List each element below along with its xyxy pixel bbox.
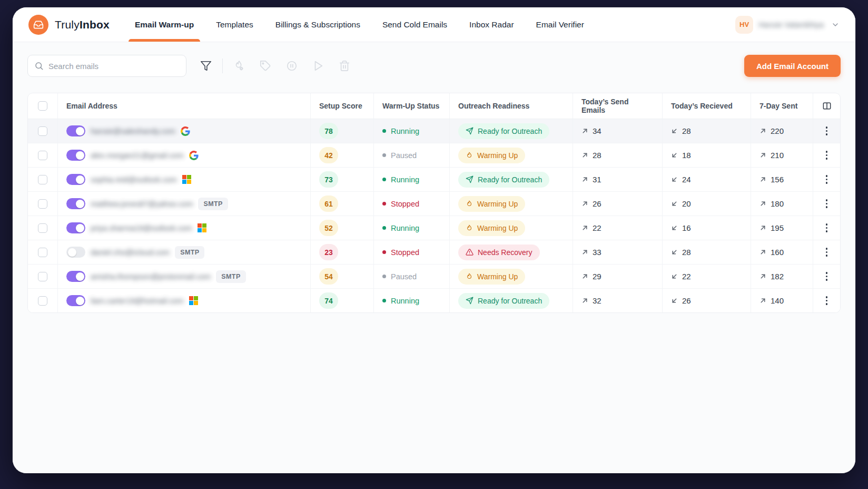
arrow-up-right-icon: [581, 297, 588, 304]
search-box[interactable]: [27, 55, 186, 77]
row-menu-icon[interactable]: [823, 293, 831, 308]
email-address: priya.sharma19@outlook.com: [91, 224, 192, 232]
play-icon[interactable]: [312, 60, 324, 72]
arrow-down-left-icon: [671, 273, 678, 280]
status-label: Paused: [391, 151, 417, 160]
row-checkbox[interactable]: [38, 151, 47, 160]
status-label: Paused: [391, 272, 417, 281]
received-today-value: 18: [682, 151, 691, 160]
setup-score-badge: 23: [319, 244, 338, 260]
row-checkbox[interactable]: [38, 248, 47, 257]
warmup-toggle[interactable]: [66, 295, 85, 306]
column-header-outreach-readiness: Outreach Readiness: [449, 93, 573, 119]
select-all-checkbox[interactable]: [38, 101, 47, 111]
arrow-up-right-icon: [760, 273, 766, 280]
warmup-toggle[interactable]: [66, 125, 85, 136]
user-name: Hansie Valambhiya: [758, 21, 824, 29]
warmup-toggle[interactable]: [66, 222, 85, 233]
row-checkbox[interactable]: [38, 175, 47, 184]
trash-icon[interactable]: [339, 60, 350, 72]
readiness-label: Warming Up: [477, 272, 518, 281]
warmup-toggle[interactable]: [66, 198, 85, 209]
warmup-settings-icon[interactable]: [233, 60, 245, 72]
status-label: Running: [391, 127, 419, 135]
tag-icon[interactable]: [260, 60, 271, 72]
nav-item-label: Templates: [216, 20, 253, 30]
warmup-toggle[interactable]: [66, 174, 85, 185]
received-today-value: 28: [682, 248, 691, 257]
email-address: sophia.reid@outlook.com: [91, 175, 177, 184]
warmup-toggle[interactable]: [66, 247, 85, 258]
warmup-status: Running: [382, 224, 419, 232]
sent-today-value: 22: [593, 223, 601, 232]
readiness-label: Ready for Outreach: [478, 127, 542, 135]
warmup-status: Stopped: [382, 248, 419, 257]
arrow-up-right-icon: [581, 152, 588, 159]
nav-item-email-warm-up[interactable]: Email Warm-up: [135, 7, 194, 42]
table-body: hansie@saleshandy.com 78 Running Ready f…: [28, 119, 840, 312]
row-checkbox[interactable]: [38, 272, 47, 281]
nav-item-send-cold-emails[interactable]: Send Cold Emails: [382, 7, 447, 42]
row-checkbox[interactable]: [38, 126, 47, 136]
toolbar: Add Email Account: [13, 42, 855, 86]
sent-7day-value: 140: [771, 296, 784, 305]
arrow-up-right-icon: [760, 152, 766, 159]
sent-7day-value: 160: [771, 248, 784, 257]
nav-item-email-verifier[interactable]: Email Verifier: [536, 7, 584, 42]
nav-item-templates[interactable]: Templates: [216, 7, 253, 42]
row-checkbox[interactable]: [38, 223, 47, 233]
row-menu-icon[interactable]: [823, 269, 831, 284]
app-window: TrulyInbox Email Warm-up Templates Billi…: [13, 7, 855, 473]
search-input[interactable]: [48, 62, 180, 71]
arrow-up-right-icon: [760, 249, 766, 256]
nav-item-label: Send Cold Emails: [382, 20, 447, 30]
status-dot-icon: [382, 202, 386, 206]
row-menu-icon[interactable]: [823, 123, 831, 139]
row-menu-icon[interactable]: [823, 172, 831, 187]
table-row: liam.carter19@hotmail.com 74 Running Rea…: [28, 289, 840, 312]
flame-icon: [466, 273, 473, 280]
manage-columns-icon[interactable]: [822, 101, 832, 111]
status-label: Stopped: [391, 200, 419, 208]
add-email-account-button[interactable]: Add Email Account: [744, 55, 841, 77]
arrow-up-right-icon: [760, 128, 766, 134]
row-menu-icon[interactable]: [823, 196, 831, 211]
table-row: alex.morgan21@gmail.com 42 Paused Warmin…: [28, 143, 840, 168]
email-provider: [181, 126, 190, 136]
outreach-readiness-badge: Warming Up: [458, 269, 525, 285]
outreach-readiness-badge: Needs Recovery: [458, 244, 540, 260]
inbox-logo-icon: [28, 15, 48, 35]
row-menu-icon[interactable]: [823, 220, 831, 236]
nav-item-billings-subscriptions[interactable]: Billings & Subscriptions: [275, 7, 360, 42]
sent-today-value: 32: [593, 296, 601, 305]
brand[interactable]: TrulyInbox: [28, 15, 110, 35]
sent-7day-value: 182: [771, 272, 784, 281]
warmup-status: Running: [382, 127, 419, 135]
email-accounts-table: Email Address Setup Score Warm-Up Status…: [27, 93, 841, 313]
email-provider: [198, 223, 207, 233]
setup-score-badge: 73: [319, 171, 338, 188]
filter-icon[interactable]: [200, 60, 212, 72]
send-icon: [466, 175, 474, 183]
outreach-readiness-badge: Warming Up: [458, 220, 525, 236]
row-checkbox[interactable]: [38, 296, 47, 306]
row-menu-icon[interactable]: [823, 148, 831, 163]
main-nav: Email Warm-up Templates Billings & Subsc…: [135, 7, 584, 42]
row-menu-icon[interactable]: [823, 244, 831, 260]
warmup-toggle[interactable]: [66, 271, 85, 282]
pause-icon[interactable]: [286, 60, 298, 72]
nav-item-inbox-radar[interactable]: Inbox Radar: [469, 7, 514, 42]
toggle-knob: [76, 272, 84, 281]
smtp-badge: SMTP: [198, 198, 228, 210]
user-menu[interactable]: HV Hansie Valambhiya: [735, 16, 840, 34]
row-checkbox[interactable]: [38, 199, 47, 209]
active-tab-underline: [129, 39, 200, 42]
setup-score-badge: 78: [319, 123, 338, 139]
readiness-label: Ready for Outreach: [478, 175, 542, 184]
warmup-toggle[interactable]: [66, 150, 85, 161]
table-row: matthew.jones87@yahoo.com SMTP 61 Stoppe…: [28, 192, 840, 216]
sent-today-value: 26: [593, 199, 601, 208]
warning-icon: [466, 248, 474, 256]
status-dot-icon: [382, 153, 386, 157]
email-provider: SMTP: [175, 246, 204, 259]
